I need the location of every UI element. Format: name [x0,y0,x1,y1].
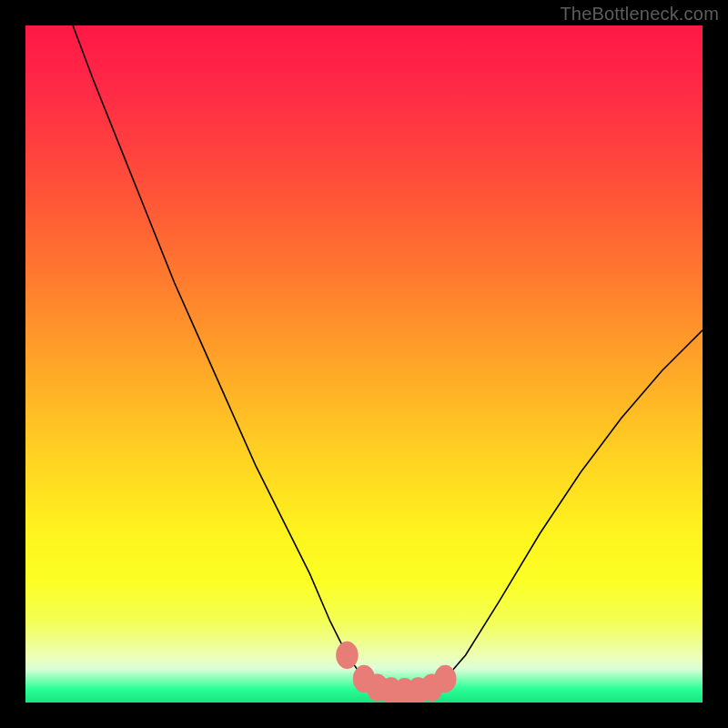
watermark-text: TheBottleneck.com [560,4,719,25]
bottom-markers [336,642,456,703]
chart-frame: TheBottleneck.com [0,0,728,728]
marker-point [336,642,358,669]
bottleneck-curve [73,25,703,692]
curve-layer [25,25,703,703]
plot-area [25,25,703,703]
marker-point [434,665,456,693]
